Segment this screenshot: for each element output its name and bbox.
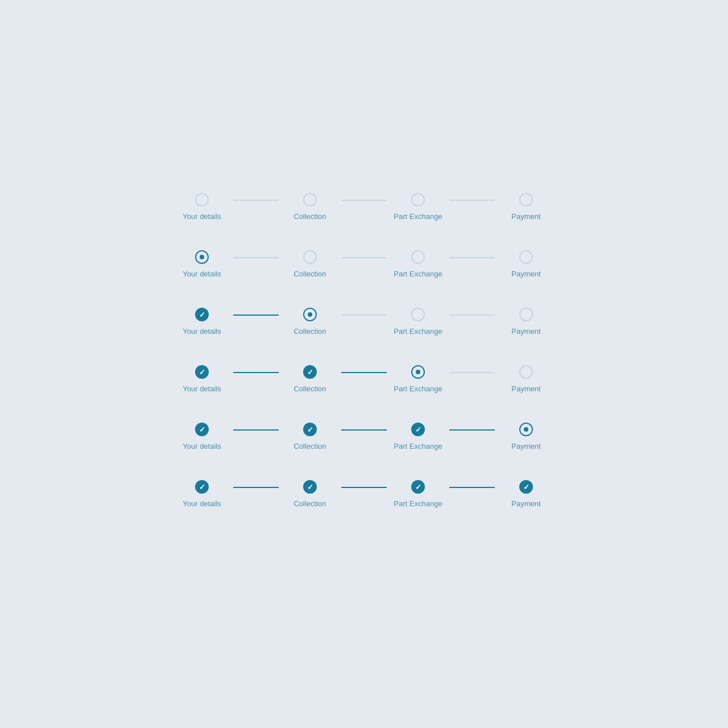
step-icon-active <box>518 421 534 437</box>
stepper-row-4: ✓Your details✓Collection✓Part ExchangePa… <box>171 421 557 450</box>
stepper-showcase: Your detailsCollectionPart ExchangePayme… <box>171 192 557 536</box>
connector-0-row-0 <box>233 200 279 201</box>
step-icon-empty <box>518 307 534 322</box>
step-payment-row-5: ✓Payment <box>495 479 557 508</box>
connector-0-row-4 <box>233 429 279 431</box>
step-your-details-row-1: Your details <box>171 249 233 278</box>
connector-0-row-3 <box>233 372 279 373</box>
step-icon-empty <box>302 192 318 208</box>
step-label-your-details: Your details <box>183 499 221 508</box>
step-label-your-details: Your details <box>183 212 221 221</box>
connector-1-row-1 <box>341 257 387 258</box>
step-your-details-row-2: ✓Your details <box>171 307 233 336</box>
step-label-your-details: Your details <box>183 270 221 278</box>
connector-2-row-4 <box>449 429 495 431</box>
step-icon-done: ✓ <box>194 364 210 380</box>
step-label-part-exchange: Part Exchange <box>394 327 442 336</box>
step-icon-active <box>410 364 426 380</box>
connector-1-row-3 <box>341 372 387 373</box>
connector-1-row-0 <box>341 200 387 201</box>
step-label-your-details: Your details <box>183 327 221 336</box>
step-part-exchange-row-0: Part Exchange <box>387 192 449 221</box>
step-label-payment: Payment <box>511 384 540 393</box>
step-payment-row-0: Payment <box>495 192 557 221</box>
step-icon-done: ✓ <box>302 364 318 380</box>
step-icon-empty <box>194 192 210 208</box>
step-part-exchange-row-5: ✓Part Exchange <box>387 479 449 508</box>
step-part-exchange-row-4: ✓Part Exchange <box>387 421 449 450</box>
connector-2-row-3 <box>449 372 495 373</box>
connector-2-row-2 <box>449 315 495 316</box>
stepper-row-2: ✓Your detailsCollectionPart ExchangePaym… <box>171 307 557 336</box>
step-collection-row-0: Collection <box>279 192 341 221</box>
step-icon-empty <box>410 249 426 265</box>
step-icon-done: ✓ <box>518 479 534 495</box>
step-label-your-details: Your details <box>183 442 221 450</box>
step-label-collection: Collection <box>293 384 326 393</box>
step-icon-done: ✓ <box>302 421 318 437</box>
step-collection-row-1: Collection <box>279 249 341 278</box>
step-label-your-details: Your details <box>183 384 221 393</box>
step-icon-empty <box>410 192 426 208</box>
step-payment-row-1: Payment <box>495 249 557 278</box>
connector-0-row-1 <box>233 257 279 258</box>
step-label-payment: Payment <box>511 442 540 450</box>
step-icon-done: ✓ <box>410 421 426 437</box>
stepper-row-1: Your detailsCollectionPart ExchangePayme… <box>171 249 557 278</box>
step-part-exchange-row-2: Part Exchange <box>387 307 449 336</box>
step-label-part-exchange: Part Exchange <box>394 442 442 450</box>
step-icon-done: ✓ <box>194 421 210 437</box>
connector-1-row-2 <box>341 315 387 316</box>
step-your-details-row-0: Your details <box>171 192 233 221</box>
step-label-part-exchange: Part Exchange <box>394 270 442 278</box>
step-payment-row-2: Payment <box>495 307 557 336</box>
connector-1-row-5 <box>341 487 387 488</box>
step-collection-row-2: Collection <box>279 307 341 336</box>
step-payment-row-3: Payment <box>495 364 557 393</box>
connector-1-row-4 <box>341 429 387 431</box>
step-label-part-exchange: Part Exchange <box>394 499 442 508</box>
step-your-details-row-4: ✓Your details <box>171 421 233 450</box>
step-icon-done: ✓ <box>194 479 210 495</box>
step-icon-done: ✓ <box>194 307 210 322</box>
step-label-collection: Collection <box>293 442 326 450</box>
step-your-details-row-5: ✓Your details <box>171 479 233 508</box>
step-label-payment: Payment <box>511 270 540 278</box>
connector-0-row-2 <box>233 315 279 316</box>
stepper-row-0: Your detailsCollectionPart ExchangePayme… <box>171 192 557 221</box>
step-label-payment: Payment <box>511 499 540 508</box>
stepper-row-5: ✓Your details✓Collection✓Part Exchange✓P… <box>171 479 557 508</box>
step-label-collection: Collection <box>293 270 326 278</box>
step-label-part-exchange: Part Exchange <box>394 212 442 221</box>
step-label-payment: Payment <box>511 327 540 336</box>
step-label-payment: Payment <box>511 212 540 221</box>
step-icon-done: ✓ <box>302 479 318 495</box>
step-your-details-row-3: ✓Your details <box>171 364 233 393</box>
step-part-exchange-row-1: Part Exchange <box>387 249 449 278</box>
step-collection-row-3: ✓Collection <box>279 364 341 393</box>
step-icon-empty <box>410 307 426 322</box>
step-label-collection: Collection <box>293 212 326 221</box>
step-label-collection: Collection <box>293 327 326 336</box>
step-collection-row-5: ✓Collection <box>279 479 341 508</box>
step-icon-empty <box>518 364 534 380</box>
step-icon-empty <box>302 249 318 265</box>
step-icon-empty <box>518 192 534 208</box>
connector-0-row-5 <box>233 487 279 488</box>
stepper-row-3: ✓Your details✓CollectionPart ExchangePay… <box>171 364 557 393</box>
connector-2-row-1 <box>449 257 495 258</box>
step-icon-active <box>194 249 210 265</box>
connector-2-row-0 <box>449 200 495 201</box>
step-collection-row-4: ✓Collection <box>279 421 341 450</box>
step-label-part-exchange: Part Exchange <box>394 384 442 393</box>
step-icon-empty <box>518 249 534 265</box>
step-part-exchange-row-3: Part Exchange <box>387 364 449 393</box>
step-label-collection: Collection <box>293 499 326 508</box>
connector-2-row-5 <box>449 487 495 488</box>
step-payment-row-4: Payment <box>495 421 557 450</box>
step-icon-active <box>302 307 318 322</box>
step-icon-done: ✓ <box>410 479 426 495</box>
